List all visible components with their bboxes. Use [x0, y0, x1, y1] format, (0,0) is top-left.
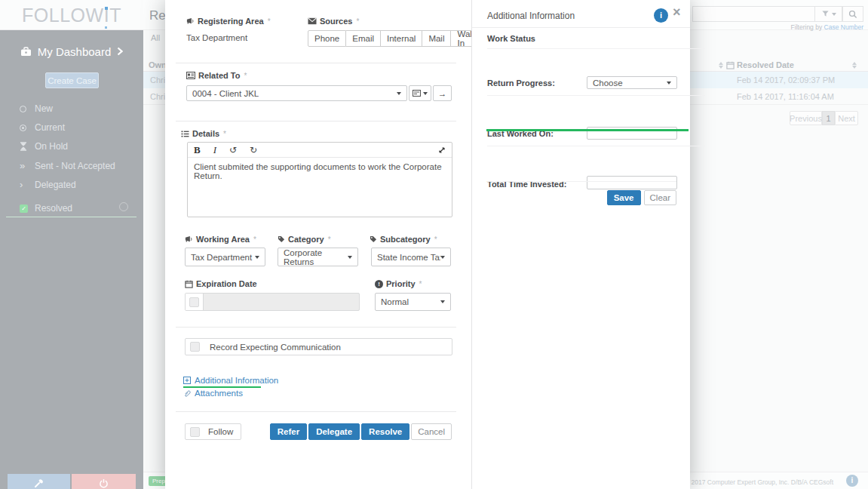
- source-email-button[interactable]: Email: [346, 30, 381, 47]
- required-asterisk: *: [434, 235, 437, 244]
- source-phone-button[interactable]: Phone: [308, 30, 346, 47]
- italic-button[interactable]: I: [213, 144, 216, 156]
- chevron-right-icon: [117, 47, 123, 56]
- record-expecting-label: Record Expecting Communication: [210, 343, 341, 352]
- redo-button[interactable]: ↻: [250, 145, 257, 155]
- settings-wrench-button[interactable]: [8, 474, 70, 489]
- expand-icon[interactable]: [438, 146, 446, 154]
- logo-text-i: I: [104, 5, 109, 26]
- hourglass-icon: [20, 142, 35, 151]
- tags-icon: [370, 235, 377, 243]
- search-button[interactable]: [842, 6, 863, 22]
- pagination-page-1[interactable]: 1: [822, 111, 835, 125]
- sidebar-item-label: Sent - Not Accepted: [35, 161, 115, 171]
- source-internal-button[interactable]: Internal: [381, 30, 422, 47]
- sidebar-item-new[interactable]: New: [0, 102, 143, 115]
- sort-icon[interactable]: [719, 62, 724, 69]
- source-mail-button[interactable]: Mail: [422, 30, 451, 47]
- follow-checkbox[interactable]: [190, 427, 200, 437]
- info-icon[interactable]: i: [654, 8, 668, 23]
- return-progress-value: Choose: [593, 78, 623, 88]
- return-progress-select[interactable]: Choose: [587, 76, 677, 89]
- working-area-select[interactable]: Tax Department: [185, 248, 265, 266]
- required-asterisk: *: [253, 235, 256, 244]
- details-text[interactable]: Client submited the supporting documents…: [188, 158, 452, 217]
- pagination-previous-button[interactable]: Previous: [790, 111, 822, 125]
- required-asterisk: *: [223, 130, 226, 138]
- chevron-down-icon: [255, 256, 259, 259]
- priority-select[interactable]: Normal: [375, 293, 451, 311]
- sidebar-item-delegated[interactable]: › Delegated: [0, 178, 143, 192]
- clear-button[interactable]: Clear: [644, 190, 676, 205]
- id-card-icon: [186, 72, 195, 79]
- editor-toolbar: B I ↺ ↻: [188, 143, 452, 158]
- target-icon: [20, 125, 35, 131]
- sidebar-item-on-hold[interactable]: On Hold: [0, 140, 143, 153]
- briefcase-icon: [20, 47, 32, 57]
- undo-button[interactable]: ↺: [229, 145, 237, 155]
- required-asterisk: *: [356, 17, 359, 26]
- related-to-select[interactable]: 0004 - Client JKL: [186, 85, 407, 101]
- circle-icon: [20, 106, 35, 112]
- work-status-heading: Work Status: [487, 34, 535, 43]
- attachments-link-label: Attachments: [195, 389, 243, 398]
- logout-power-button[interactable]: [72, 474, 136, 489]
- search-input[interactable]: [692, 6, 814, 22]
- return-progress-label: Return Progress:: [487, 78, 555, 88]
- case-number-link[interactable]: Case Number: [824, 23, 863, 31]
- resolve-button[interactable]: Resolve: [361, 423, 409, 440]
- filtering-by-label: Filtering by: [791, 23, 823, 31]
- sort-icon[interactable]: [852, 62, 857, 69]
- save-button[interactable]: Save: [607, 190, 641, 205]
- chevron-down-icon: [440, 300, 445, 303]
- panel-title: Additional Information: [487, 11, 575, 21]
- resolved-date-cell: Feb 14 2017, 11:16:04 AM: [737, 92, 834, 101]
- panel-action-buttons: Save Clear: [607, 190, 676, 205]
- priority-label: ! Priority*: [375, 279, 422, 288]
- close-icon[interactable]: ×: [673, 5, 681, 20]
- double-chevron-icon: »: [20, 162, 35, 170]
- check-square-icon: ✓: [20, 205, 35, 213]
- sidebar-item-current[interactable]: Current: [0, 121, 143, 134]
- footer-info-icon[interactable]: i: [846, 475, 858, 487]
- owner-cell: Chri: [150, 75, 165, 85]
- tab-all[interactable]: All: [151, 33, 160, 42]
- filter-dropdown-button[interactable]: [814, 6, 842, 22]
- expiration-date-field: [185, 293, 360, 311]
- cancel-button[interactable]: Cancel: [411, 423, 452, 440]
- calendar-icon: [185, 280, 193, 288]
- section-divider: [176, 63, 456, 63]
- app-root: Res Filtering by Case Number All Owner R…: [0, 0, 868, 489]
- subcategory-select[interactable]: State Income Tax Re: [371, 248, 451, 266]
- envelope-icon: [308, 17, 317, 25]
- create-case-modal: Registering Area* Tax Department Sources…: [165, 0, 690, 489]
- logo-text-t: T: [109, 5, 121, 26]
- required-asterisk: *: [419, 280, 422, 288]
- related-to-go-button[interactable]: →: [433, 85, 452, 101]
- required-asterisk: *: [268, 17, 271, 26]
- section-divider: [176, 121, 456, 121]
- category-select[interactable]: Corporate Returns: [278, 248, 358, 266]
- resolved-date-column-header[interactable]: Resolved Date: [737, 60, 794, 69]
- related-to-card-button[interactable]: [409, 85, 431, 101]
- sidebar-item-sent-not-accepted[interactable]: » Sent - Not Accepted: [0, 159, 143, 173]
- pagination-next-button[interactable]: Next: [835, 111, 858, 125]
- green-progress-line: [486, 129, 689, 131]
- create-case-button[interactable]: Create Case: [45, 72, 99, 88]
- attachments-link[interactable]: Attachments: [183, 389, 243, 398]
- my-dashboard-header[interactable]: My Dashboard: [0, 44, 143, 59]
- plus-square-icon: [183, 377, 191, 384]
- additional-information-link[interactable]: Additional Information: [183, 376, 278, 385]
- refer-button[interactable]: Refer: [270, 423, 307, 440]
- power-icon: [99, 478, 109, 488]
- follow-label: Follow: [208, 427, 233, 436]
- expiration-checkbox[interactable]: [189, 297, 199, 307]
- record-expecting-checkbox[interactable]: [190, 342, 200, 352]
- logo-blue-dot: [105, 7, 108, 10]
- sidebar-item-label: Resolved: [35, 203, 72, 214]
- total-time-invested-input[interactable]: [587, 176, 677, 189]
- work-status-row: Work Status: [487, 28, 705, 49]
- delegate-button[interactable]: Delegate: [308, 423, 360, 440]
- section-divider: [176, 327, 456, 328]
- bold-button[interactable]: B: [194, 144, 201, 156]
